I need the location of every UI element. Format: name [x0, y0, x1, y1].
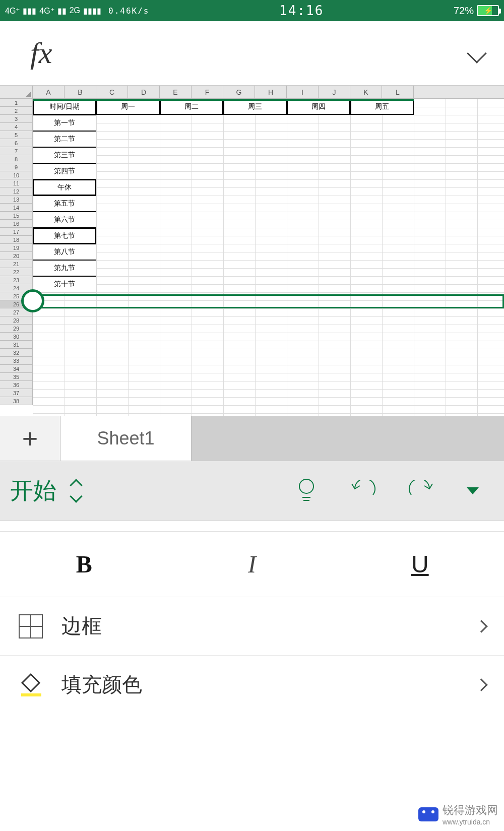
cell-period-4[interactable]: 午休	[33, 179, 96, 196]
select-all-corner[interactable]	[0, 86, 33, 99]
ribbon-menu-dropdown-icon[interactable]	[467, 487, 479, 494]
cell-period-9[interactable]: 第九节	[33, 260, 96, 276]
ribbon-switcher-icon[interactable]	[72, 481, 81, 501]
col-header-F[interactable]: F	[192, 86, 223, 98]
cell-period-2[interactable]: 第三节	[33, 147, 96, 163]
cell-period-5[interactable]: 第五节	[33, 196, 96, 212]
grid-lines	[33, 99, 504, 416]
cell-period-3[interactable]: 第四节	[33, 163, 96, 179]
row-header-16[interactable]: 16	[0, 220, 32, 228]
row-header-24[interactable]: 24	[0, 284, 32, 292]
row-header-37[interactable]: 37	[0, 389, 32, 397]
row-header-2[interactable]: 2	[0, 107, 32, 115]
row-header-29[interactable]: 29	[0, 325, 32, 333]
col-header-D[interactable]: D	[128, 86, 160, 98]
fill-color-option[interactable]: 填充颜色	[0, 655, 504, 714]
row-header-32[interactable]: 32	[0, 349, 32, 357]
cell-period-8[interactable]: 第八节	[33, 244, 96, 260]
col-header-C[interactable]: C	[96, 86, 128, 98]
signal-2g: 2G	[70, 6, 80, 15]
col-header-H[interactable]: H	[255, 86, 287, 98]
underline-button[interactable]: U	[336, 532, 504, 597]
row-header-15[interactable]: 15	[0, 212, 32, 220]
row-header-26[interactable]: 26	[0, 300, 32, 308]
bold-button[interactable]: B	[0, 532, 168, 597]
chevron-right-icon	[475, 678, 487, 691]
row-header-5[interactable]: 5	[0, 131, 32, 139]
expand-formula-icon[interactable]	[467, 43, 487, 63]
row-header-7[interactable]: 7	[0, 147, 32, 155]
cell-period-1[interactable]: 第二节	[33, 131, 96, 147]
signal-bars-icon: ▮▮▮▮	[83, 6, 101, 16]
col-header-A[interactable]: A	[33, 86, 65, 98]
row-header-12[interactable]: 12	[0, 187, 32, 196]
watermark: 锐得游戏网 www.ytruida.cn	[418, 803, 498, 826]
status-battery: 72% ⚡	[454, 5, 499, 17]
cell-day-3[interactable]: 周四	[287, 99, 350, 115]
sheet-tab-bar: + Sheet1	[0, 416, 504, 461]
redo-button[interactable]	[407, 480, 436, 502]
row-header-6[interactable]: 6	[0, 139, 32, 147]
row-header-25[interactable]: 25	[0, 292, 32, 300]
cell-day-2[interactable]: 周三	[223, 99, 287, 115]
row-header-36[interactable]: 36	[0, 381, 32, 389]
table-top-border	[33, 99, 414, 101]
cell-day-1[interactable]: 周二	[160, 99, 223, 115]
column-headers[interactable]: ABCDEFGHIJKL	[33, 86, 504, 99]
ribbon-tab-home[interactable]: 开始	[10, 475, 56, 506]
undo-button[interactable]	[348, 480, 377, 502]
border-option[interactable]: 边框	[0, 597, 504, 655]
row-header-33[interactable]: 33	[0, 357, 32, 365]
cell-time-header[interactable]: 时间/日期	[33, 99, 96, 115]
border-label: 边框	[61, 612, 477, 640]
row-header-8[interactable]: 8	[0, 155, 32, 163]
row-header-18[interactable]: 18	[0, 236, 32, 244]
cell-period-6[interactable]: 第六节	[33, 212, 96, 228]
col-header-L[interactable]: L	[382, 86, 414, 98]
row-header-22[interactable]: 22	[0, 268, 32, 276]
row-header-13[interactable]: 13	[0, 196, 32, 204]
cell-day-0[interactable]: 周一	[96, 99, 160, 115]
svg-rect-6	[21, 693, 41, 696]
ribbon-bar: 开始	[0, 461, 504, 521]
spreadsheet-grid[interactable]: ABCDEFGHIJKL 123456789101112131415161718…	[0, 86, 504, 416]
cell-period-7[interactable]: 第七节	[33, 228, 96, 244]
col-header-B[interactable]: B	[65, 86, 96, 98]
row-header-31[interactable]: 31	[0, 341, 32, 349]
corner-triangle-icon	[25, 91, 31, 97]
row-header-21[interactable]: 21	[0, 260, 32, 268]
row-header-17[interactable]: 17	[0, 228, 32, 236]
signal-bars-icon: ▮▮	[57, 6, 67, 16]
sheet-tab-1[interactable]: Sheet1	[60, 416, 192, 461]
row-header-19[interactable]: 19	[0, 244, 32, 252]
row-header-3[interactable]: 3	[0, 115, 32, 123]
cell-period-0[interactable]: 第一节	[33, 115, 96, 131]
italic-button[interactable]: I	[168, 532, 336, 597]
col-header-E[interactable]: E	[160, 86, 192, 98]
lightbulb-icon[interactable]	[295, 477, 318, 504]
col-header-J[interactable]: J	[319, 86, 350, 98]
cell-day-4[interactable]: 周五	[350, 99, 414, 115]
row-header-10[interactable]: 10	[0, 171, 32, 179]
row-header-23[interactable]: 23	[0, 276, 32, 284]
row-headers[interactable]: 1234567891011121314151617181920212223242…	[0, 99, 33, 405]
row-header-28[interactable]: 28	[0, 316, 32, 325]
row-header-27[interactable]: 27	[0, 308, 32, 316]
row-header-9[interactable]: 9	[0, 163, 32, 171]
format-panel: B I U 边框 填充颜色	[0, 531, 504, 714]
col-header-I[interactable]: I	[287, 86, 319, 98]
col-header-G[interactable]: G	[223, 86, 255, 98]
row-header-30[interactable]: 30	[0, 333, 32, 341]
row-header-11[interactable]: 11	[0, 179, 32, 187]
col-header-K[interactable]: K	[350, 86, 382, 98]
cell-period-10[interactable]: 第十节	[33, 276, 96, 292]
row-header-38[interactable]: 38	[0, 397, 32, 405]
row-header-35[interactable]: 35	[0, 373, 32, 381]
row-header-20[interactable]: 20	[0, 252, 32, 260]
row-header-1[interactable]: 1	[0, 99, 32, 107]
row-header-34[interactable]: 34	[0, 365, 32, 373]
row-header-14[interactable]: 14	[0, 204, 32, 212]
add-sheet-button[interactable]: +	[0, 416, 60, 461]
row-header-4[interactable]: 4	[0, 123, 32, 131]
battery-percent: 72%	[454, 5, 474, 17]
